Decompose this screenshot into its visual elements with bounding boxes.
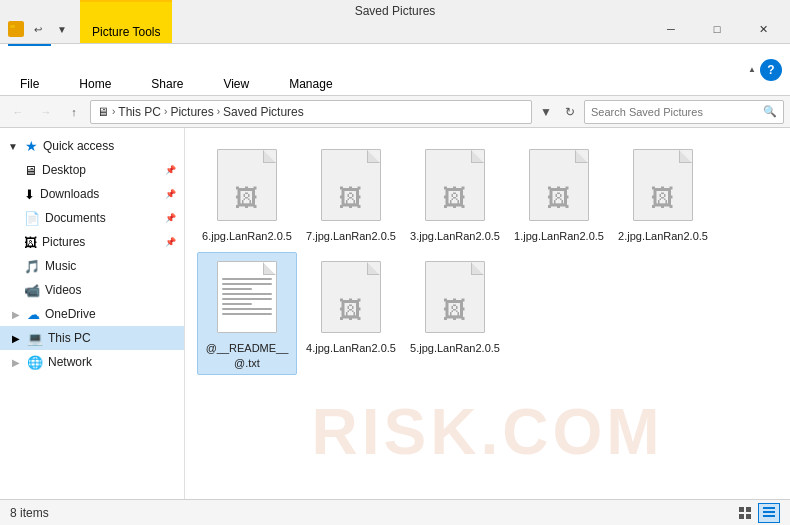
search-input[interactable] xyxy=(591,106,759,118)
svg-rect-2 xyxy=(739,507,744,512)
view-buttons xyxy=(734,503,780,523)
pc-icon: 💻 xyxy=(27,331,43,346)
videos-icon: 📹 xyxy=(24,283,40,298)
file-icon: 🖼 xyxy=(315,257,387,337)
ribbon-tabs: ↩ ▼ Picture Tools Saved Pictures xyxy=(0,0,648,43)
picture-tools-tab[interactable]: Picture Tools xyxy=(80,0,172,43)
title-bar: ↩ ▼ Picture Tools Saved Pictures ─ □ ✕ xyxy=(0,0,790,44)
network-icon: 🌐 xyxy=(27,355,43,370)
dropdown-path-button[interactable]: ▼ xyxy=(536,102,556,122)
svg-rect-0 xyxy=(10,27,22,34)
refresh-button[interactable]: ↻ xyxy=(560,102,580,122)
svg-rect-6 xyxy=(763,507,775,509)
item-count: 8 items xyxy=(10,506,49,520)
svg-rect-5 xyxy=(746,514,751,519)
pin-icon-downloads: 📌 xyxy=(165,189,176,199)
file-icon xyxy=(211,257,283,337)
search-icon: 🔍 xyxy=(763,105,777,118)
svg-rect-1 xyxy=(10,25,15,28)
watermark: RISK.COM xyxy=(312,395,664,469)
pin-icon: 📌 xyxy=(165,165,176,175)
file-item[interactable]: 🖼5.jpg.LanRan2.0.5 xyxy=(405,252,505,375)
file-icon: 🖼 xyxy=(315,145,387,225)
address-path[interactable]: 🖥 › This PC › Pictures › Saved Pictures xyxy=(90,100,532,124)
up-button[interactable]: ↑ xyxy=(62,100,86,124)
pin-button[interactable]: ▼ xyxy=(52,19,72,39)
expand-arrow: ▼ xyxy=(8,141,18,152)
file-item[interactable]: 🖼7.jpg.LanRan2.0.5 xyxy=(301,140,401,248)
sidebar-item-network[interactable]: ▶ 🌐 Network xyxy=(0,350,184,374)
tab-share[interactable]: Share xyxy=(139,44,195,95)
quick-access-toolbar: ↩ ▼ xyxy=(0,15,80,43)
pin-icon-docs: 📌 xyxy=(165,213,176,223)
undo-button[interactable]: ↩ xyxy=(28,19,48,39)
sidebar-item-documents[interactable]: 📄 Documents 📌 xyxy=(0,206,184,230)
file-name: 7.jpg.LanRan2.0.5 xyxy=(306,229,396,243)
file-icon: 🖼 xyxy=(211,145,283,225)
details-view-button[interactable] xyxy=(758,503,780,523)
svg-rect-4 xyxy=(739,514,744,519)
tab-file[interactable]: File xyxy=(8,44,51,95)
sidebar-item-music[interactable]: 🎵 Music xyxy=(0,254,184,278)
file-icon: 🖼 xyxy=(523,145,595,225)
minimize-button[interactable]: ─ xyxy=(648,15,694,43)
file-item[interactable]: @__README__@.txt xyxy=(197,252,297,375)
file-item[interactable]: 🖼3.jpg.LanRan2.0.5 xyxy=(405,140,505,248)
tab-manage[interactable]: Manage xyxy=(277,44,344,95)
file-name: 4.jpg.LanRan2.0.5 xyxy=(306,341,396,355)
file-name: 3.jpg.LanRan2.0.5 xyxy=(410,229,500,243)
expand-arrow-onedrive: ▶ xyxy=(12,309,20,320)
documents-icon: 📄 xyxy=(24,211,40,226)
sidebar-section-quick-access[interactable]: ▼ ★ Quick access xyxy=(0,134,184,158)
window-title: Saved Pictures xyxy=(355,4,436,18)
back-button[interactable]: ← xyxy=(6,100,30,124)
file-item[interactable]: 🖼1.jpg.LanRan2.0.5 xyxy=(509,140,609,248)
large-icons-view-button[interactable] xyxy=(734,503,756,523)
sidebar-item-downloads[interactable]: ⬇ Downloads 📌 xyxy=(0,182,184,206)
file-icon: 🖼 xyxy=(419,145,491,225)
ribbon: File Home Share View Manage ▲ ? xyxy=(0,44,790,96)
folder-icon xyxy=(8,21,24,37)
forward-button[interactable]: → xyxy=(34,100,58,124)
sidebar-item-onedrive[interactable]: ▶ ☁ OneDrive xyxy=(0,302,184,326)
file-name: 2.jpg.LanRan2.0.5 xyxy=(618,229,708,243)
file-name: 1.jpg.LanRan2.0.5 xyxy=(514,229,604,243)
downloads-icon: ⬇ xyxy=(24,187,35,202)
sidebar-item-desktop[interactable]: 🖥 Desktop 📌 xyxy=(0,158,184,182)
status-bar: 8 items xyxy=(0,499,790,525)
sidebar-item-pictures[interactable]: 🖼 Pictures 📌 xyxy=(0,230,184,254)
close-button[interactable]: ✕ xyxy=(740,15,786,43)
file-name: 5.jpg.LanRan2.0.5 xyxy=(410,341,500,355)
sidebar-item-videos[interactable]: 📹 Videos xyxy=(0,278,184,302)
window-controls: ─ □ ✕ xyxy=(648,15,790,43)
file-item[interactable]: 🖼4.jpg.LanRan2.0.5 xyxy=(301,252,401,375)
star-icon: ★ xyxy=(25,138,38,154)
file-item[interactable]: 🖼6.jpg.LanRan2.0.5 xyxy=(197,140,297,248)
sidebar: ▼ ★ Quick access 🖥 Desktop 📌 ⬇ Downloads… xyxy=(0,128,185,499)
pin-icon-pics: 📌 xyxy=(165,237,176,247)
file-area: 🖼6.jpg.LanRan2.0.5🖼7.jpg.LanRan2.0.5🖼3.j… xyxy=(185,128,790,499)
help-button[interactable]: ? xyxy=(760,59,782,81)
tab-home[interactable]: Home xyxy=(67,44,123,95)
file-name: @__README__@.txt xyxy=(202,341,292,370)
sidebar-item-this-pc[interactable]: ▶ 💻 This PC xyxy=(0,326,184,350)
file-name: 6.jpg.LanRan2.0.5 xyxy=(202,229,292,243)
ribbon-collapse-arrow[interactable]: ▲ xyxy=(748,65,756,74)
file-icon: 🖼 xyxy=(419,257,491,337)
tab-view[interactable]: View xyxy=(211,44,261,95)
svg-rect-8 xyxy=(763,515,775,517)
expand-arrow-pc: ▶ xyxy=(12,333,20,344)
svg-rect-7 xyxy=(763,511,775,513)
onedrive-icon: ☁ xyxy=(27,307,40,322)
expand-arrow-net: ▶ xyxy=(12,357,20,368)
desktop-icon: 🖥 xyxy=(24,163,37,178)
address-bar: ← → ↑ 🖥 › This PC › Pictures › Saved Pic… xyxy=(0,96,790,128)
file-item[interactable]: 🖼2.jpg.LanRan2.0.5 xyxy=(613,140,713,248)
maximize-button[interactable]: □ xyxy=(694,15,740,43)
search-box[interactable]: 🔍 xyxy=(584,100,784,124)
svg-rect-3 xyxy=(746,507,751,512)
pictures-icon: 🖼 xyxy=(24,235,37,250)
file-icon: 🖼 xyxy=(627,145,699,225)
main-content: ▼ ★ Quick access 🖥 Desktop 📌 ⬇ Downloads… xyxy=(0,128,790,499)
music-icon: 🎵 xyxy=(24,259,40,274)
